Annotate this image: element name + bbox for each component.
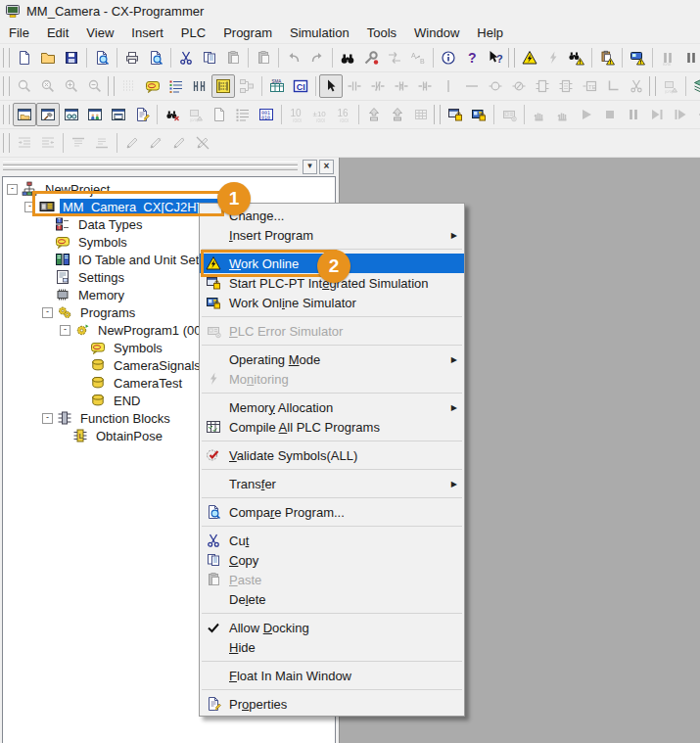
online-edit-icon[interactable] xyxy=(626,46,649,70)
tree-item-label: Memory xyxy=(75,287,127,303)
menu-item-cut[interactable]: Cut xyxy=(200,531,464,550)
panel-close-button[interactable]: × xyxy=(319,160,334,174)
select-mode-icon[interactable] xyxy=(319,74,343,98)
force-reset-icon: x xyxy=(144,131,167,155)
symbol-table-icon[interactable]: SMA xyxy=(265,74,289,98)
panel-caption[interactable]: ▾ × xyxy=(0,158,339,176)
instruction-block-icon xyxy=(531,74,554,98)
indent-left-icon xyxy=(13,131,36,155)
tree-item-label: CameraTest xyxy=(111,375,185,392)
erase-line-icon xyxy=(625,74,648,98)
label-post: itoring xyxy=(254,372,288,387)
label-post: LC Error Simulator xyxy=(238,324,344,339)
toggle-watch-window-icon[interactable] xyxy=(60,103,83,126)
menu-tools[interactable]: Tools xyxy=(358,23,405,42)
menu-item-label: Monitoring xyxy=(225,372,443,387)
compare-programs-icon[interactable] xyxy=(90,46,114,70)
work-online-icon[interactable] xyxy=(518,46,541,70)
menu-item-memory-allocation[interactable]: Memory Allocation▶ xyxy=(200,397,464,417)
title-bar: MM_Camera - CX-Programmer xyxy=(0,0,700,22)
ladder-view-icon[interactable] xyxy=(211,74,235,98)
cut-icon[interactable] xyxy=(174,46,198,70)
tree-expander-icon[interactable]: - xyxy=(42,307,53,318)
about-icon[interactable] xyxy=(437,46,460,70)
sim-step-in-icon xyxy=(669,103,692,126)
label-post: ode xyxy=(300,352,321,367)
menu-item-delete[interactable]: Delete xyxy=(200,589,464,609)
svg-text:?: ? xyxy=(496,53,503,65)
menu-plc[interactable]: PLC xyxy=(172,23,214,42)
local-symbols-icon[interactable] xyxy=(141,74,164,98)
plcgray-icon xyxy=(202,323,225,339)
io-comment-icon[interactable] xyxy=(188,74,211,98)
menu-edit[interactable]: Edit xyxy=(38,23,77,42)
toggle-project-workspace-icon[interactable] xyxy=(13,103,36,126)
tree-expander-icon[interactable]: - xyxy=(42,413,53,424)
find-tool-icon[interactable] xyxy=(359,46,383,70)
menu-item-copy[interactable]: Copy xyxy=(200,550,464,570)
paste-program-icon xyxy=(252,46,275,70)
menu-item-float-in-main-window[interactable]: Float In Main Window xyxy=(200,666,464,685)
new-project-icon[interactable] xyxy=(13,46,36,70)
sim-step-run-icon xyxy=(645,103,669,126)
hex-monitor-icon: 16(0/0) xyxy=(332,103,355,126)
context-help-icon[interactable]: ? xyxy=(484,46,507,70)
menu-item-hide[interactable]: Hide xyxy=(200,637,464,657)
start-plcpt-simulation-icon[interactable] xyxy=(467,103,490,126)
tree-expander-icon[interactable]: - xyxy=(60,325,70,336)
address-reference-icon[interactable] xyxy=(164,74,188,98)
menu-help[interactable]: Help xyxy=(468,23,512,42)
menu-item-properties[interactable]: Properties xyxy=(200,694,464,714)
find-report-icon[interactable] xyxy=(161,103,184,126)
find-online-icon[interactable] xyxy=(565,46,588,70)
view-layers-icon[interactable] xyxy=(689,74,700,98)
submenu-arrow-icon: ▶ xyxy=(443,403,462,412)
menu-item-validate-symbols-all[interactable]: Validate Symbols(ALL) xyxy=(200,445,464,465)
menu-item-insert-program[interactable]: Insert Program▶ xyxy=(200,225,464,245)
instruction-block-2-icon xyxy=(554,74,578,98)
toggle-output-window-icon[interactable] xyxy=(36,103,60,126)
work-online-simulator-icon[interactable] xyxy=(443,103,467,126)
menu-separator xyxy=(202,345,462,346)
menu-item-compile-all-plc-programs[interactable]: Compile All PLC Programs xyxy=(200,417,464,437)
mnemonic-view-icon xyxy=(235,74,258,98)
tree-expander-icon[interactable]: - xyxy=(7,184,18,195)
note-icon xyxy=(90,340,106,355)
save-project-icon[interactable] xyxy=(60,46,83,70)
ci-window-icon[interactable]: CI xyxy=(289,74,312,98)
menu-item-label: Allow Docking xyxy=(225,621,443,635)
menu-program[interactable]: Program xyxy=(214,23,281,42)
print-icon[interactable] xyxy=(120,46,144,70)
toggle-local-window-icon[interactable] xyxy=(107,103,130,126)
menu-window[interactable]: Window xyxy=(405,23,468,42)
menu-item-compare-program[interactable]: Compare Program... xyxy=(200,502,464,522)
copy-icon[interactable] xyxy=(198,46,221,70)
transfer-online-icon[interactable] xyxy=(595,46,619,70)
binary-monitor-icon[interactable]: 001010 xyxy=(255,103,278,126)
settings-icon xyxy=(55,269,70,285)
menu-item-work-online-simulator[interactable]: Work Online Simulator xyxy=(200,293,464,312)
pause-icon[interactable] xyxy=(679,46,700,70)
menu-file[interactable]: File xyxy=(0,23,38,42)
print-preview-icon[interactable] xyxy=(144,46,167,70)
help-topics-icon[interactable]: ? xyxy=(460,46,484,70)
menu-item-transfer[interactable]: Transfer▶ xyxy=(200,474,464,493)
force-status-icon xyxy=(409,103,433,126)
iotable-icon xyxy=(55,252,70,267)
menu-item-operating-mode[interactable]: Operating Mode▶ xyxy=(200,349,464,369)
label-post: ne Simulator xyxy=(285,296,356,310)
menu-item-allow-docking[interactable]: Allow Docking xyxy=(200,618,464,637)
menu-simulation[interactable]: Simulation xyxy=(281,23,358,42)
menu-insert[interactable]: Insert xyxy=(122,23,172,42)
label-post: alidate Symbols(ALL) xyxy=(237,448,358,463)
show-properties-icon[interactable] xyxy=(130,103,154,126)
tree-item-label: Programs xyxy=(77,304,138,321)
label-accelerator: C xyxy=(229,553,238,568)
menu-view[interactable]: View xyxy=(77,23,122,42)
sim-continuous-step-icon xyxy=(692,103,700,126)
toggle-cross-reference-icon[interactable] xyxy=(83,103,107,126)
open-project-icon[interactable] xyxy=(36,46,60,70)
panel-menu-button[interactable]: ▾ xyxy=(303,160,317,174)
find-icon[interactable] xyxy=(336,46,359,70)
window-title: MM_Camera - CX-Programmer xyxy=(26,4,204,19)
